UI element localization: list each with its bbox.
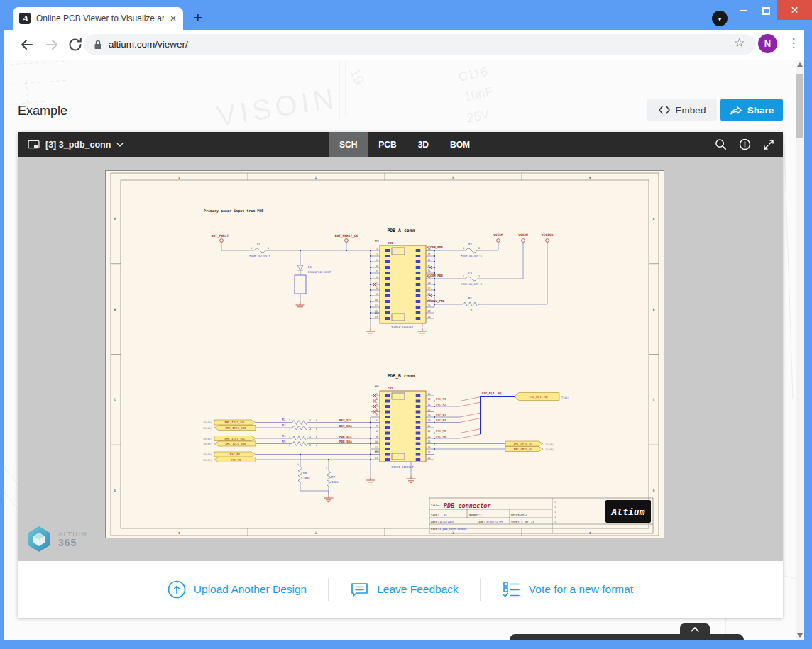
pin-number: 5 — [376, 270, 378, 273]
connector-refdes: CN2 — [388, 387, 393, 390]
viewer-toolbar: [3] 3_pdb_conn SCH PCB 3D BOM — [18, 132, 783, 157]
tb-value: 24 — [531, 520, 534, 523]
tab-pcb[interactable]: PCB — [368, 132, 407, 157]
harness-label: BMC_I2C4_SCL — [225, 437, 246, 440]
divider — [480, 578, 481, 601]
chevron-up-icon — [691, 627, 699, 632]
close-button[interactable]: ✕ — [777, 0, 812, 20]
pin-number: 16 — [428, 404, 431, 406]
expand-banner-button[interactable] — [680, 623, 710, 635]
watermark-text: 10nF — [463, 84, 494, 104]
search-icon[interactable] — [715, 138, 727, 150]
pin-number: 18 — [428, 414, 431, 417]
fullscreen-icon[interactable] — [763, 139, 774, 150]
tb-label: Sheet — [511, 520, 519, 523]
tb-star: * — [554, 516, 556, 519]
browser-menu-icon[interactable]: ⋮ — [787, 35, 800, 50]
tab-sch[interactable]: SCH — [329, 132, 368, 157]
pin-number: 8 — [376, 430, 378, 433]
refdes: R6 — [303, 471, 307, 475]
back-icon[interactable] — [18, 36, 35, 53]
pcb-viewer: [3] 3_pdb_conn SCH PCB 3D BOM — [18, 132, 783, 618]
schematic-viewport[interactable]: 1234 1234 ABCD ABCD Primary power input … — [18, 157, 783, 561]
sheet-ref: 19[4C] — [203, 459, 212, 462]
net-label: ESC_M4 — [436, 418, 446, 422]
star-mark: * — [326, 467, 327, 470]
pin-number: 21 — [428, 287, 431, 290]
tb-star: * — [554, 506, 556, 509]
browser-tab[interactable]: A Online PCB Viewer to Visualize an ✕ — [13, 7, 183, 30]
harness-label: ESC_RX — [230, 453, 241, 456]
forward-icon[interactable] — [43, 36, 60, 53]
tb-value: 11/2/2020 — [439, 520, 454, 523]
comp-value: 0 — [316, 436, 317, 438]
zone-label: B — [653, 308, 655, 311]
schematic-note: Primary power input from PDB — [204, 209, 263, 213]
share-button[interactable]: Share — [720, 99, 783, 121]
pin-number: 25 — [428, 310, 431, 313]
upload-design-link[interactable]: Upload Another Design — [168, 580, 307, 599]
vote-format-link[interactable]: Vote for a new format — [502, 580, 633, 599]
leave-feedback-link[interactable]: Leave Feedback — [350, 580, 459, 599]
pin-number: 21 — [428, 430, 431, 433]
tb-label: Title: — [431, 504, 441, 507]
altium-365-logo: ALTIUM 365 — [24, 524, 87, 554]
embed-label: Embed — [676, 105, 706, 116]
browser-titlebar: A Online PCB Viewer to Visualize an ✕ + … — [0, 0, 812, 30]
schematic-drawing: 1234 1234 ABCD ABCD Primary power input … — [105, 170, 664, 538]
scroll-up-arrow[interactable] — [797, 62, 803, 67]
tab-3d[interactable]: 3D — [407, 132, 439, 157]
embed-button[interactable]: Embed — [647, 99, 717, 121]
page-title: Example — [18, 104, 67, 118]
pin-number: 23 — [428, 440, 431, 443]
pin-number: 15 — [428, 253, 431, 256]
comp-value: ESDA6P140-1U3M — [308, 270, 331, 274]
pin-digit: 1 — [463, 247, 464, 250]
connector-refdes: CN1 — [388, 241, 393, 245]
zone-label: C — [114, 398, 116, 401]
viewer-toolbar-icons — [715, 132, 774, 157]
comp-value: FUSE-3A/32V-S — [461, 282, 482, 286]
refdes: F3 — [468, 271, 472, 274]
zone-label: A — [653, 217, 655, 221]
tab-bom[interactable]: BOM — [439, 132, 481, 157]
maximize-button[interactable] — [754, 0, 778, 21]
tb-value: 3 — [521, 520, 522, 523]
net-label: ESC_M1 — [436, 397, 446, 401]
zone-label: 3 — [452, 531, 454, 535]
page-scrollbar[interactable] — [796, 60, 804, 640]
zone-label: 1 — [178, 531, 180, 535]
pin-digit: 1 — [289, 436, 290, 438]
page-content: VISOIN 19 C116 10nF 25V Example Embed Sh… — [4, 60, 796, 640]
pin-number: 7 — [376, 425, 378, 428]
zone-label: A — [114, 217, 116, 221]
pin-number: 8 — [376, 287, 378, 290]
chevron-down-icon — [116, 143, 124, 147]
minimize-button[interactable] — [731, 0, 755, 21]
pin-number: 26 — [428, 316, 431, 318]
pin-digit: 1 — [251, 247, 252, 250]
pin-number: 11 — [375, 446, 378, 449]
net-label: ESC_M3 — [436, 414, 446, 417]
comp-value: FUSE-7A/24V-S — [249, 254, 270, 257]
new-tab-button[interactable]: + — [189, 9, 207, 27]
info-icon[interactable] — [739, 138, 751, 150]
omnibox[interactable]: altium.com/viewer/ — [84, 34, 755, 55]
scroll-down-arrow[interactable] — [797, 633, 803, 638]
net-label: PDB_SCL — [339, 435, 352, 438]
link-label: Leave Feedback — [377, 583, 459, 596]
bookmark-star-icon[interactable]: ☆ — [734, 35, 745, 50]
profile-avatar[interactable]: N — [758, 34, 777, 53]
part-number: 91931-31133LF — [391, 325, 414, 328]
pin-digit: 2 — [478, 247, 480, 250]
pin-number: 5 — [376, 414, 378, 417]
tab-close-icon[interactable]: ✕ — [170, 13, 177, 23]
pin-number: 6 — [376, 419, 378, 422]
document-selector[interactable]: [3] 3_pdb_conn — [18, 140, 124, 150]
scrollbar-thumb[interactable] — [796, 74, 803, 138]
refdes: R4 — [282, 434, 286, 438]
tb-label: File: — [431, 527, 439, 531]
zone-label: C — [653, 398, 655, 401]
titlebar-chevron-button[interactable]: ▾ — [712, 11, 728, 26]
reload-icon[interactable] — [67, 36, 84, 53]
